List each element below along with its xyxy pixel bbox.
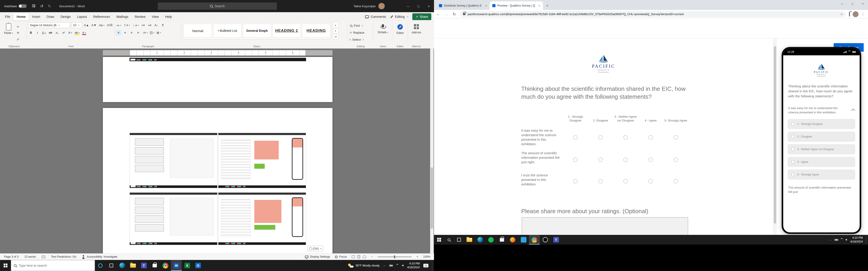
grow-font-button[interactable]: A▲ [83, 22, 90, 28]
align-left-button[interactable]: ≡ [116, 30, 121, 35]
radio-icon[interactable] [791, 135, 795, 138]
tab-review[interactable]: Review [131, 13, 149, 21]
show-desktop-button[interactable] [432, 260, 433, 271]
undo-icon[interactable]: ↺ [40, 4, 43, 8]
radio-icon[interactable] [674, 158, 678, 162]
profile-avatar[interactable] [852, 11, 859, 17]
paste-button[interactable]: Paste▾ [2, 22, 16, 42]
matrix-radio-r2c2[interactable] [588, 148, 613, 171]
increase-indent-button[interactable]: »≡ [147, 22, 153, 28]
minimize-button[interactable]: ─ [837, 0, 847, 7]
radio-icon[interactable] [791, 173, 795, 176]
scrollbar-thumb[interactable] [774, 46, 776, 224]
matrix-radio-r3c4[interactable] [638, 171, 663, 192]
superscript-button[interactable]: x² [61, 30, 66, 35]
redo-icon[interactable]: ↻ [48, 4, 51, 8]
select-button[interactable]: ▸Select▾ [349, 37, 373, 42]
volume-icon[interactable] [845, 239, 847, 241]
tab-layout[interactable]: Layout [74, 13, 90, 21]
paste-options-button[interactable]: (Ctrl) ▾ [307, 246, 323, 251]
taskbar-app-edge[interactable] [117, 260, 127, 271]
user-avatar[interactable] [378, 3, 385, 9]
document-scrollbar[interactable] [430, 48, 434, 253]
tab-close-icon[interactable]: × [485, 4, 487, 7]
taskbar-app-obs[interactable] [540, 235, 551, 245]
taskbar-app-store[interactable] [149, 260, 160, 271]
spellcheck-indicator[interactable]: ✓ [42, 256, 45, 258]
radio-icon[interactable] [598, 179, 602, 183]
clear-formatting-button[interactable]: A⌫ [106, 22, 113, 28]
shrink-font-button[interactable]: A▼ [91, 22, 97, 28]
styles-scroll-up-button[interactable]: ▴ [333, 22, 338, 28]
page-indicator[interactable]: Page 3 of 3 [4, 255, 19, 258]
start-button[interactable] [434, 235, 444, 245]
scrollbar-thumb[interactable] [431, 167, 433, 229]
embedded-screenshot-image-2[interactable] [129, 193, 306, 245]
cut-button[interactable]: ✂ [16, 24, 21, 29]
bold-button[interactable]: B [28, 30, 34, 35]
show-formatting-button[interactable]: ¶ [160, 22, 166, 28]
display-settings-button[interactable]: Display Settings [305, 255, 330, 258]
matrix-radio-r2c4[interactable] [638, 148, 663, 171]
radio-icon[interactable] [598, 158, 602, 162]
matrix-radio-r1c1[interactable] [563, 126, 588, 148]
matrix-radio-r3c3[interactable] [613, 171, 638, 192]
bookmark-star-icon[interactable]: ☆ [840, 12, 843, 16]
address-bar[interactable]: pacificresearch.qualtrics.com/jfe/previe… [460, 11, 846, 18]
radio-icon[interactable] [791, 122, 795, 126]
comments-button[interactable]: Comments [365, 15, 386, 19]
extensions-button[interactable] [849, 12, 850, 16]
close-button[interactable]: × [858, 0, 868, 7]
style-general-emph[interactable]: General Emph [243, 24, 271, 38]
addins-button[interactable]: Add-ins [409, 22, 424, 34]
tab-file[interactable]: File [2, 13, 13, 21]
zoom-slider-thumb[interactable] [394, 256, 395, 258]
tab-help[interactable]: Help [162, 13, 175, 21]
change-case-button[interactable]: Aa▾ [98, 22, 105, 28]
radio-icon[interactable] [674, 135, 678, 140]
taskbar-app-file-explorer[interactable] [127, 260, 138, 271]
phone-option-2[interactable]: 2 - Disagree [788, 132, 855, 142]
ratings-comment-textarea[interactable] [522, 217, 688, 235]
style-heading-1[interactable]: HEADING 1 [272, 24, 301, 38]
zoom-out-button[interactable]: − [371, 255, 373, 258]
phone-option-4[interactable]: 4 - Agree [788, 157, 855, 167]
zoom-slider[interactable] [378, 257, 412, 257]
zoom-level[interactable]: 100% [423, 255, 430, 258]
taskbar-app-teams[interactable]: T [551, 235, 561, 245]
text-predictions-indicator[interactable]: Text Predictions: On [51, 255, 76, 258]
radio-icon[interactable] [674, 179, 678, 183]
tab-view[interactable]: View [149, 13, 162, 21]
dictate-button[interactable]: Dictate▾ [374, 22, 392, 34]
weather-widget[interactable]: 55°F Mostly cloudy [348, 264, 379, 268]
clock[interactable]: 4:10 PM 4/16/2024 [407, 262, 420, 269]
decrease-indent-button[interactable]: «≡ [141, 22, 146, 28]
taskbar-app-teams[interactable]: T [138, 260, 149, 271]
text-effects-button[interactable]: A▾ [67, 30, 73, 35]
radio-icon[interactable] [623, 135, 628, 140]
shading-button[interactable]: ▾ [149, 30, 155, 35]
replace-button[interactable]: ⇄Replace [349, 30, 373, 35]
notification-badge[interactable]: 22 [423, 264, 428, 267]
word-search-box[interactable]: Search [158, 2, 277, 10]
maximize-button[interactable]: □ [847, 0, 858, 7]
document-page-3[interactable]: (Ctrl) ▾ [103, 108, 333, 253]
radio-icon[interactable] [649, 158, 653, 162]
styles-scroll-down-button[interactable]: ▾ [333, 28, 338, 34]
autosave-toggle[interactable] [19, 4, 27, 8]
taskbar-app-spotify[interactable] [486, 235, 496, 245]
borders-button[interactable]: ⊞▾ [156, 30, 162, 35]
chrome-menu-icon[interactable]: ⋮ [861, 12, 865, 16]
taskbar-app-vscode[interactable] [518, 235, 529, 245]
embedded-screenshot-image-1[interactable] [129, 133, 306, 188]
tab-mailings[interactable]: Mailings [113, 13, 131, 21]
tab-insert[interactable]: Insert [29, 13, 43, 21]
web-layout-icon[interactable] [363, 256, 366, 258]
cortana-button[interactable] [95, 260, 106, 271]
read-mode-icon[interactable] [352, 256, 355, 258]
radio-icon[interactable] [573, 179, 578, 183]
taskbar-search-input[interactable] [19, 264, 82, 267]
search-button[interactable] [444, 235, 454, 245]
tab-home[interactable]: Home [13, 13, 29, 21]
bullets-button[interactable]: ≔▾ [116, 22, 122, 28]
